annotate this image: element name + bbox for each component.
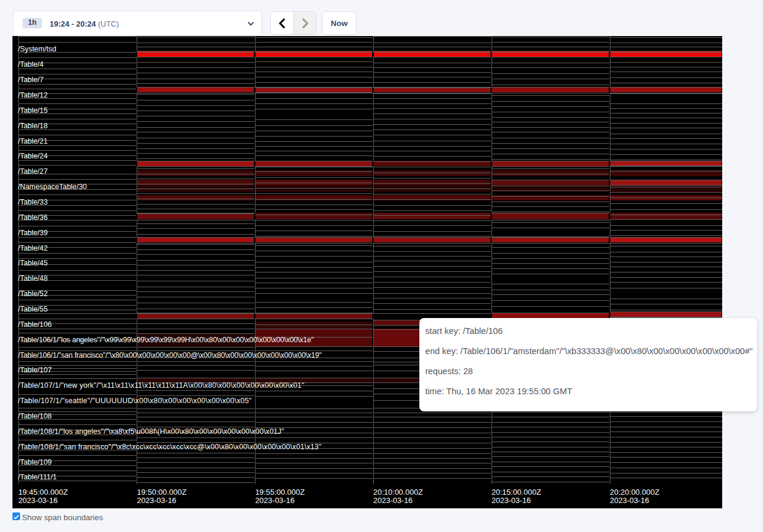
svg-text:/NamespaceTable/30: /NamespaceTable/30 (18, 183, 87, 191)
svg-text:/Table/7: /Table/7 (18, 76, 44, 84)
svg-text:/Table/106: /Table/106 (18, 320, 51, 329)
svg-text:20:20:00.000Z: 20:20:00.000Z (610, 488, 659, 497)
svg-text:19:50:00.000Z: 19:50:00.000Z (137, 488, 187, 497)
svg-text:20:10:00.000Z: 20:10:00.000Z (373, 488, 423, 497)
svg-text:/Table/21: /Table/21 (18, 137, 47, 145)
svg-text:/Table/108/1/"san francisco"/": /Table/108/1/"san francisco"/"\x8c\xcc\x… (18, 443, 321, 451)
svg-text:2023-03-16: 2023-03-16 (255, 496, 295, 505)
svg-text:/Table/52: /Table/52 (18, 290, 47, 298)
svg-text:19:45:00.000Z: 19:45:00.000Z (18, 488, 68, 497)
svg-text:2023-03-16: 2023-03-16 (610, 496, 649, 505)
svg-text:/Table/106/1/"los angeles"/"\x: /Table/106/1/"los angeles"/"\x99\x99\x99… (18, 336, 313, 344)
svg-text:/Table/107/1/"seattle"/"UUUUUU: /Table/107/1/"seattle"/"UUUUUUD\x00\x80\… (18, 397, 251, 405)
svg-text:/Table/36: /Table/36 (18, 213, 47, 222)
svg-text:/Table/27: /Table/27 (18, 167, 47, 176)
svg-text:2023-03-16: 2023-03-16 (18, 496, 58, 505)
svg-text:/Table/15: /Table/15 (18, 106, 47, 115)
svg-text:/Table/107: /Table/107 (18, 366, 51, 374)
svg-text:20:15:00.000Z: 20:15:00.000Z (492, 488, 541, 497)
svg-text:/Table/109: /Table/109 (18, 458, 51, 466)
svg-text:/Table/55: /Table/55 (18, 305, 47, 313)
svg-text:/Table/106/1/"san francisco"/": /Table/106/1/"san francisco"/"\x80\x00\x… (18, 351, 322, 359)
svg-text:19:55:00.000Z: 19:55:00.000Z (255, 488, 305, 497)
svg-text:2023-03-16: 2023-03-16 (373, 496, 413, 505)
svg-text:/Table/4: /Table/4 (18, 60, 44, 69)
svg-text:/Table/107/1/"new york"/"\x11\: /Table/107/1/"new york"/"\x11\x11\x11\x1… (18, 381, 304, 390)
svg-text:/Table/45: /Table/45 (18, 259, 47, 267)
svg-text:/Table/48: /Table/48 (18, 274, 47, 283)
svg-text:/Table/42: /Table/42 (18, 244, 47, 252)
svg-text:/Table/39: /Table/39 (18, 229, 47, 237)
svg-text:/Table/111/1: /Table/111/1 (18, 473, 57, 481)
svg-text:2023-03-16: 2023-03-16 (492, 496, 531, 505)
svg-text:/Table/108: /Table/108 (18, 412, 51, 420)
svg-text:2023-03-16: 2023-03-16 (137, 496, 177, 505)
svg-text:/Table/108/1/"los angeles"/"\x: /Table/108/1/"los angeles"/"\xa8\xf5\u00… (18, 427, 284, 436)
svg-text:/Table/12: /Table/12 (18, 91, 47, 99)
svg-text:/Table/33: /Table/33 (18, 198, 47, 206)
svg-text:/Table/24: /Table/24 (18, 152, 47, 160)
svg-text:/Table/18: /Table/18 (18, 122, 47, 130)
svg-text:/System/tsd: /System/tsd (18, 45, 56, 53)
